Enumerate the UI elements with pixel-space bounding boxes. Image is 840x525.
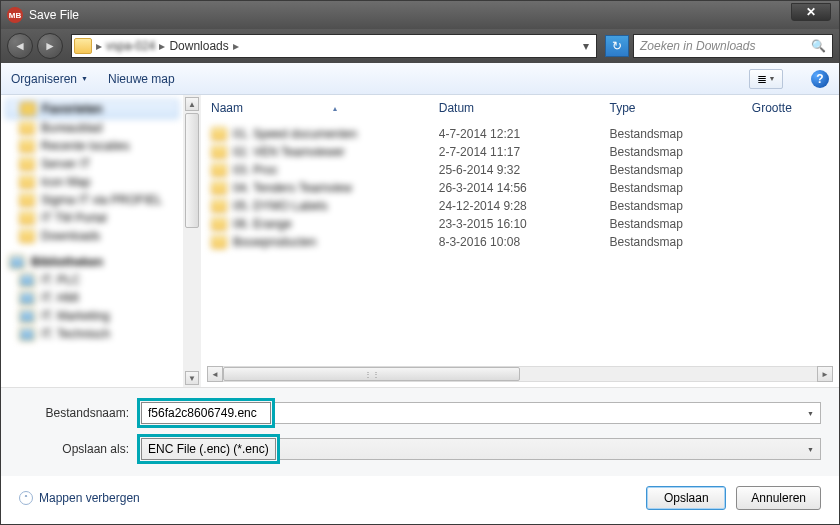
sidebar-group-libraries[interactable]: Bibliotheken [1, 253, 183, 271]
file-type: Bestandsmap [610, 181, 752, 195]
saveas-type-select[interactable]: ENC File (.enc) (*.enc) [141, 438, 276, 460]
file-date: 25-6-2014 9:32 [439, 163, 610, 177]
file-type: Bestandsmap [610, 145, 752, 159]
file-type: Bestandsmap [610, 127, 752, 141]
sidebar-item[interactable]: Server IT [1, 155, 183, 173]
chevron-down-icon[interactable]: ▼ [807, 446, 814, 453]
file-date: 8-3-2016 10:08 [439, 235, 610, 249]
sidebar-item[interactable]: IT. Technisch [1, 325, 183, 343]
folder-icon [211, 199, 227, 213]
file-date: 24-12-2014 9:28 [439, 199, 610, 213]
scroll-thumb[interactable]: ⋮⋮ [223, 367, 520, 381]
scroll-left-icon[interactable]: ◄ [207, 366, 223, 382]
file-date: 2-7-2014 11:17 [439, 145, 610, 159]
highlight-box: ENC File (.enc) (*.enc) [137, 434, 280, 464]
search-placeholder: Zoeken in Downloads [640, 39, 755, 53]
chevron-down-icon[interactable]: ▼ [807, 410, 814, 417]
chevron-right-icon: ▸ [96, 39, 102, 53]
saveas-label: Opslaan als: [19, 442, 137, 456]
file-date: 26-3-2014 14:56 [439, 181, 610, 195]
sidebar-item[interactable]: IT. HMI [1, 289, 183, 307]
file-name: Bouwproducten [233, 235, 316, 249]
sidebar: Favorieten Bureaublad Recente locaties S… [1, 95, 183, 387]
search-input[interactable]: Zoeken in Downloads 🔍 [633, 34, 833, 58]
table-row[interactable]: 05. DYMO Labels24-12-2014 9:28Bestandsma… [211, 197, 829, 215]
sidebar-item[interactable]: IT. PLC [1, 271, 183, 289]
scroll-thumb[interactable] [185, 113, 199, 228]
address-dropdown[interactable]: ▾ [578, 39, 594, 53]
column-header-name[interactable]: Naam▴ [211, 101, 439, 115]
sidebar-item[interactable]: Bureaublad [1, 119, 183, 137]
sidebar-item[interactable]: Recente locaties [1, 137, 183, 155]
file-name: 06. Erange [233, 217, 292, 231]
highlight-box: f56fa2c8606749.enc [137, 398, 275, 428]
organize-menu[interactable]: Organiseren▼ [11, 72, 88, 86]
scroll-right-icon[interactable]: ► [817, 366, 833, 382]
folder-icon [211, 145, 227, 159]
horizontal-scrollbar[interactable]: ◄ ⋮⋮ ► [207, 365, 833, 383]
column-headers: Naam▴ Datum Type Grootte [201, 95, 839, 121]
column-header-type[interactable]: Type [610, 101, 752, 115]
table-row[interactable]: 03. Proc25-6-2014 9:32Bestandsmap [211, 161, 829, 179]
sidebar-item[interactable]: IT TM Portal [1, 209, 183, 227]
search-icon: 🔍 [811, 39, 826, 53]
file-name: 05. DYMO Labels [233, 199, 328, 213]
file-date: 23-3-2015 16:10 [439, 217, 610, 231]
file-name: 04. Tenders Teamview [233, 181, 352, 195]
folder-icon [211, 235, 227, 249]
column-header-size[interactable]: Grootte [752, 101, 823, 115]
file-type: Bestandsmap [610, 163, 752, 177]
refresh-button[interactable]: ↻ [605, 35, 629, 57]
new-folder-button[interactable]: Nieuwe map [108, 72, 175, 86]
breadcrumb-item[interactable]: Downloads [169, 39, 228, 53]
file-list-pane: Naam▴ Datum Type Grootte 01. Speed docum… [201, 95, 839, 387]
scroll-up-icon[interactable]: ▲ [185, 97, 199, 111]
file-rows: 01. Speed documenten4-7-2014 12:21Bestan… [201, 121, 839, 255]
hide-folders-toggle[interactable]: ˄ Mappen verbergen [19, 491, 140, 505]
sidebar-group-favorites[interactable]: Favorieten [5, 99, 179, 119]
table-row[interactable]: 06. Erange23-3-2015 16:10Bestandsmap [211, 215, 829, 233]
sidebar-item[interactable]: Sigma IT via PROFIEL [1, 191, 183, 209]
sort-indicator-icon: ▴ [333, 104, 337, 113]
saveas-type-extent[interactable]: ▼ [280, 438, 821, 460]
table-row[interactable]: 02. VEN Teamviewer2-7-2014 11:17Bestands… [211, 143, 829, 161]
sidebar-item[interactable]: Downloads [1, 227, 183, 245]
folder-icon [211, 163, 227, 177]
scroll-down-icon[interactable]: ▼ [185, 371, 199, 385]
sidebar-scrollbar[interactable]: ▲ ▼ [183, 95, 201, 387]
cancel-button[interactable]: Annuleren [736, 486, 821, 510]
file-type: Bestandsmap [610, 235, 752, 249]
titlebar[interactable]: MB Save File ✕ [1, 1, 839, 29]
help-button[interactable]: ? [811, 70, 829, 88]
filename-input-extent[interactable]: ▼ [275, 402, 821, 424]
filename-input[interactable]: f56fa2c8606749.enc [141, 402, 271, 424]
close-button[interactable]: ✕ [791, 3, 831, 21]
save-file-dialog: MB Save File ✕ ◄ ► ▸ vspa-024 ▸ Download… [0, 0, 840, 525]
chevron-up-icon: ˄ [19, 491, 33, 505]
dialog-footer: ˄ Mappen verbergen Opslaan Annuleren [1, 476, 839, 524]
file-name: 02. VEN Teamviewer [233, 145, 345, 159]
chevron-right-icon: ▸ [233, 39, 239, 53]
table-row[interactable]: Bouwproducten8-3-2016 10:08Bestandsmap [211, 233, 829, 251]
navigation-bar: ◄ ► ▸ vspa-024 ▸ Downloads ▸ ▾ ↻ Zoeken … [1, 29, 839, 63]
app-icon: MB [7, 7, 23, 23]
file-name: 03. Proc [233, 163, 278, 177]
sidebar-item[interactable]: Icon Map [1, 173, 183, 191]
chevron-right-icon: ▸ [159, 39, 165, 53]
back-button[interactable]: ◄ [7, 33, 33, 59]
table-row[interactable]: 04. Tenders Teamview26-3-2014 14:56Besta… [211, 179, 829, 197]
file-name: 01. Speed documenten [233, 127, 357, 141]
folder-icon [74, 38, 92, 54]
address-bar[interactable]: ▸ vspa-024 ▸ Downloads ▸ ▾ [71, 34, 597, 58]
file-type: Bestandsmap [610, 199, 752, 213]
sidebar-item[interactable]: IT. Marketing [1, 307, 183, 325]
breadcrumb-item[interactable]: vspa-024 [106, 39, 155, 53]
view-options-button[interactable]: ≣ ▼ [749, 69, 783, 89]
filename-label: Bestandsnaam: [19, 406, 137, 420]
file-type: Bestandsmap [610, 217, 752, 231]
forward-button[interactable]: ► [37, 33, 63, 59]
save-button[interactable]: Opslaan [646, 486, 726, 510]
window-title: Save File [29, 8, 79, 22]
column-header-date[interactable]: Datum [439, 101, 610, 115]
table-row[interactable]: 01. Speed documenten4-7-2014 12:21Bestan… [211, 125, 829, 143]
